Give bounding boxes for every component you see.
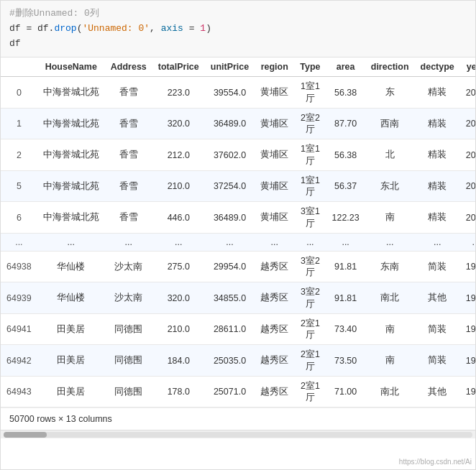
cell-direction: 西南 xyxy=(365,108,415,139)
cell-dectype: ... xyxy=(415,233,460,251)
table-row: 0中海誉城北苑香雪223.039554.0黄埔区1室1 厅56.38东精装201… xyxy=(1,77,475,109)
cell-dectype: 简装 xyxy=(415,313,460,345)
cell-type: 2室1 厅 xyxy=(294,376,326,407)
cell-region: 越秀区 xyxy=(255,345,294,377)
paren-close: ) xyxy=(206,23,211,34)
cell-dectype: 精装 xyxy=(415,202,460,234)
cell-direction: 东北 xyxy=(365,170,415,202)
cell-year: 1999 xyxy=(460,376,475,407)
axis-param: axis xyxy=(161,23,183,34)
cell-year: 1999 xyxy=(460,313,475,345)
cell-area: 91.81 xyxy=(326,251,365,282)
table-row: 2中海誉城北苑香雪212.037602.0黄埔区1室1 厅56.38北精装201… xyxy=(1,139,475,171)
func-drop: drop xyxy=(54,23,76,34)
cell-unitPrice: 36489.0 xyxy=(205,108,255,139)
cell-area: 87.70 xyxy=(326,108,365,139)
cell-unitPrice: 28611.0 xyxy=(205,313,255,345)
table-header-row: HouseName Address totalPrice unitPrice r… xyxy=(1,57,475,77)
cell-area: 56.37 xyxy=(326,170,365,202)
main-container: #删除Unnamed: 0列 df = df.drop('Unnamed: 0'… xyxy=(0,0,476,470)
col-dectype: dectype xyxy=(415,57,460,77)
cell-type: ... xyxy=(294,233,326,251)
col-housename: HouseName xyxy=(37,57,105,77)
comment-text: #删除Unnamed: 0列 xyxy=(9,8,99,19)
cell-houseName: 田美居 xyxy=(37,345,105,377)
table-row: 1中海誉城北苑香雪320.036489.0黄埔区2室2 厅87.70西南精装20… xyxy=(1,108,475,139)
scrollbar-thumb[interactable] xyxy=(4,432,47,438)
cell-index: 64938 xyxy=(1,251,37,282)
table-row: 64942田美居同德围184.025035.0越秀区2室1 厅73.50南简装1… xyxy=(1,345,475,377)
cell-direction: 东南 xyxy=(365,251,415,282)
cell-unitPrice: ... xyxy=(205,233,255,251)
cell-totalPrice: 210.0 xyxy=(152,170,205,202)
cell-type: 3室2 厅 xyxy=(294,251,326,282)
cell-region: 黄埔区 xyxy=(255,170,294,202)
cell-address: 香雪 xyxy=(105,108,152,139)
col-region: region xyxy=(255,57,294,77)
table-footer: 50700 rows × 13 columns xyxy=(1,407,475,430)
cell-area: 71.00 xyxy=(326,376,365,407)
cell-index: 1 xyxy=(1,108,37,139)
cell-unitPrice: 25035.0 xyxy=(205,345,255,377)
cell-unitPrice: 37602.0 xyxy=(205,139,255,171)
cell-index: 64939 xyxy=(1,282,37,314)
comma: , xyxy=(150,23,161,34)
cell-address: 同德围 xyxy=(105,376,152,407)
cell-region: 黄埔区 xyxy=(255,77,294,109)
cell-type: 2室1 厅 xyxy=(294,345,326,377)
cell-totalPrice: 210.0 xyxy=(152,313,205,345)
cell-totalPrice: 446.0 xyxy=(152,202,205,234)
col-address: Address xyxy=(105,57,152,77)
cell-unitPrice: 34855.0 xyxy=(205,282,255,314)
table-row: 64943田美居同德围178.025071.0越秀区2室1 厅71.00南北其他… xyxy=(1,376,475,407)
code-block: #删除Unnamed: 0列 df = df.drop('Unnamed: 0'… xyxy=(1,1,475,57)
cell-index: 64942 xyxy=(1,345,37,377)
col-area: area xyxy=(326,57,365,77)
cell-area: 73.40 xyxy=(326,313,365,345)
cell-houseName: 华仙楼 xyxy=(37,282,105,314)
cell-address: 同德围 xyxy=(105,345,152,377)
cell-area: ... xyxy=(326,233,365,251)
cell-dectype: 其他 xyxy=(415,282,460,314)
cell-houseName: ... xyxy=(37,233,105,251)
cell-year: 1999 xyxy=(460,282,475,314)
cell-type: 1室1 厅 xyxy=(294,139,326,171)
equals: = xyxy=(183,23,200,34)
cell-region: 越秀区 xyxy=(255,282,294,314)
cell-region: 越秀区 xyxy=(255,313,294,345)
cell-direction: 南 xyxy=(365,313,415,345)
table-row: 6中海誉城北苑香雪446.036489.0黄埔区3室1 厅122.23南精装20… xyxy=(1,202,475,234)
cell-address: 香雪 xyxy=(105,139,152,171)
axis-val: 1 xyxy=(200,23,206,34)
col-unitprice: unitPrice xyxy=(205,57,255,77)
table-row: 5中海誉城北苑香雪210.037254.0黄埔区1室1 厅56.37东北精装20… xyxy=(1,170,475,202)
cell-dectype: 简装 xyxy=(415,251,460,282)
data-table-wrapper[interactable]: HouseName Address totalPrice unitPrice r… xyxy=(1,57,475,407)
cell-houseName: 中海誉城北苑 xyxy=(37,139,105,171)
cell-direction: 南北 xyxy=(365,282,415,314)
cell-region: 黄埔区 xyxy=(255,139,294,171)
col-totalprice: totalPrice xyxy=(152,57,205,77)
scrollbar-track[interactable] xyxy=(4,432,472,438)
col-direction: direction xyxy=(365,57,415,77)
cell-houseName: 华仙楼 xyxy=(37,251,105,282)
cell-area: 91.81 xyxy=(326,282,365,314)
table-row: 64941田美居同德围210.028611.0越秀区2室1 厅73.40南简装1… xyxy=(1,313,475,345)
table-row: ................................. xyxy=(1,233,475,251)
cell-direction: 东 xyxy=(365,77,415,109)
table-row: 64939华仙楼沙太南320.034855.0越秀区3室2 厅91.81南北其他… xyxy=(1,282,475,314)
cell-totalPrice: 178.0 xyxy=(152,376,205,407)
cell-year: 2012 xyxy=(460,77,475,109)
cell-region: 越秀区 xyxy=(255,251,294,282)
cell-dectype: 精装 xyxy=(415,108,460,139)
horizontal-scrollbar[interactable] xyxy=(1,430,475,438)
cell-totalPrice: 223.0 xyxy=(152,77,205,109)
cell-type: 3室1 厅 xyxy=(294,202,326,234)
cell-unitPrice: 29954.0 xyxy=(205,251,255,282)
cell-area: 122.23 xyxy=(326,202,365,234)
var-df: df = df. xyxy=(9,23,54,34)
cell-address: 香雪 xyxy=(105,77,152,109)
cell-index: 5 xyxy=(1,170,37,202)
cell-houseName: 田美居 xyxy=(37,313,105,345)
cell-year: 2015 xyxy=(460,202,475,234)
